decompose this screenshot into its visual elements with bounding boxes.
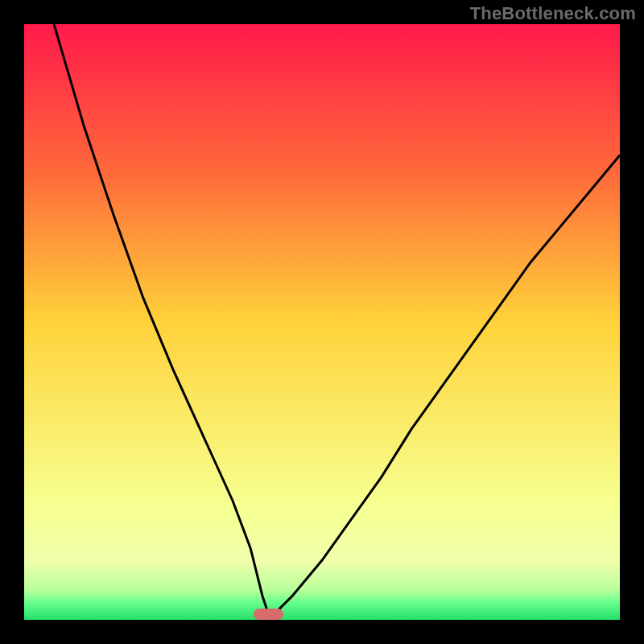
optimum-marker <box>254 609 283 620</box>
bottleneck-curve <box>54 24 620 614</box>
outer-frame: TheBottleneck.com <box>0 0 644 644</box>
plot-area <box>24 24 620 620</box>
watermark-text: TheBottleneck.com <box>470 3 636 24</box>
chart-svg <box>24 24 620 620</box>
